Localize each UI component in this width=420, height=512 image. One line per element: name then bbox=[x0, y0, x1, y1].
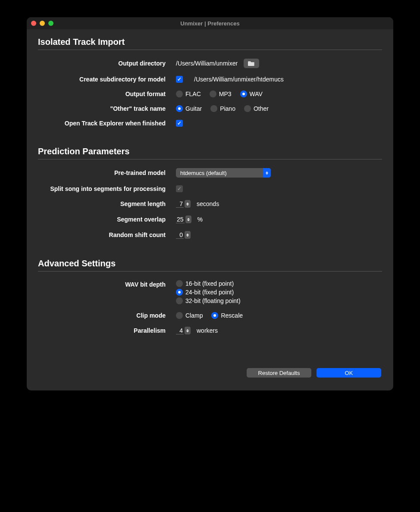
open-track-explorer-checkbox[interactable]: ✓ bbox=[176, 120, 183, 127]
open-track-explorer-label: Open Track Explorer when finished bbox=[38, 120, 176, 127]
parallelism-unit: workers bbox=[197, 327, 218, 334]
pretrained-model-label: Pre-trained model bbox=[38, 169, 176, 176]
other-track-piano-label: Piano bbox=[220, 105, 235, 112]
pretrained-model-value: htdemucs (default) bbox=[180, 170, 227, 176]
restore-defaults-button[interactable]: Restore Defaults bbox=[247, 368, 311, 378]
other-track-guitar-radio[interactable] bbox=[176, 105, 183, 112]
output-format-mp3-label: MP3 bbox=[219, 91, 232, 97]
folder-icon bbox=[248, 61, 255, 66]
random-shift-count-label: Random shift count bbox=[38, 231, 176, 238]
browse-output-directory-button[interactable] bbox=[244, 59, 259, 68]
wav-32bit-label: 32-bit (floating point) bbox=[185, 297, 241, 304]
segment-overlap-input[interactable]: 25 bbox=[176, 216, 185, 223]
divider bbox=[38, 159, 382, 159]
output-directory-path: /Users/William/unmixer bbox=[176, 60, 238, 67]
maximize-button[interactable] bbox=[48, 21, 53, 26]
segment-length-stepper[interactable] bbox=[185, 200, 191, 208]
random-shift-count-stepper[interactable] bbox=[185, 231, 191, 239]
create-subdirectory-path: /Users/William/unmixer/htdemucs bbox=[194, 76, 284, 83]
other-track-piano-radio[interactable] bbox=[210, 105, 217, 112]
other-track-name-label: "Other" track name bbox=[38, 105, 176, 112]
wav-bit-depth-label: WAV bit depth bbox=[38, 280, 176, 288]
clip-mode-rescale-radio[interactable] bbox=[211, 312, 218, 319]
segment-length-input[interactable]: 7 bbox=[176, 200, 184, 208]
section-isolated-track-import-title: Isolated Track Import bbox=[38, 37, 382, 47]
wav-16bit-label: 16-bit (fixed point) bbox=[185, 280, 234, 287]
segment-overlap-label: Segment overlap bbox=[38, 216, 176, 223]
ok-button[interactable]: OK bbox=[317, 368, 381, 378]
wav-24bit-label: 24-bit (fixed point) bbox=[185, 289, 234, 296]
clip-mode-clamp-radio[interactable] bbox=[176, 312, 183, 319]
parallelism-stepper[interactable] bbox=[185, 327, 191, 334]
content-area: Isolated Track Import Output directory /… bbox=[27, 29, 393, 390]
output-format-wav-label: WAV bbox=[250, 91, 263, 97]
segment-overlap-stepper[interactable] bbox=[185, 215, 191, 223]
clip-mode-clamp-label: Clamp bbox=[185, 312, 203, 319]
parallelism-input[interactable]: 4 bbox=[176, 327, 184, 334]
section-prediction-parameters-title: Prediction Parameters bbox=[38, 147, 382, 156]
output-format-mp3-radio[interactable] bbox=[210, 91, 216, 97]
parallelism-label: Parallelism bbox=[38, 327, 176, 334]
split-song-label: Split song into segments for processing bbox=[38, 185, 176, 192]
clip-mode-rescale-label: Rescale bbox=[221, 312, 243, 319]
chevron-updown-icon bbox=[263, 168, 271, 178]
titlebar: Unmixer | Preferences bbox=[27, 17, 393, 29]
footer: Restore Defaults OK bbox=[38, 368, 382, 380]
other-track-guitar-label: Guitar bbox=[185, 105, 202, 112]
wav-24bit-radio[interactable] bbox=[176, 289, 183, 296]
wav-16bit-radio[interactable] bbox=[176, 280, 183, 287]
output-format-label: Output format bbox=[38, 91, 176, 97]
section-advanced-settings-title: Advanced Settings bbox=[38, 259, 382, 268]
output-format-wav-radio[interactable] bbox=[240, 91, 247, 97]
split-song-checkbox[interactable]: ✓ bbox=[176, 185, 183, 192]
minimize-button[interactable] bbox=[40, 21, 45, 26]
segment-length-label: Segment length bbox=[38, 200, 176, 207]
create-subdirectory-checkbox[interactable]: ✓ bbox=[176, 76, 183, 83]
output-format-flac-label: FLAC bbox=[185, 91, 201, 97]
output-directory-label: Output directory bbox=[38, 60, 176, 67]
preferences-window: Unmixer | Preferences Isolated Track Imp… bbox=[27, 17, 393, 390]
divider bbox=[38, 271, 382, 272]
segment-length-unit: seconds bbox=[197, 200, 219, 207]
random-shift-count-input[interactable]: 0 bbox=[176, 231, 184, 239]
other-track-other-radio[interactable] bbox=[244, 105, 251, 112]
traffic-lights bbox=[31, 21, 53, 26]
create-subdirectory-label: Create subdirectory for model bbox=[38, 76, 176, 83]
segment-overlap-unit: % bbox=[197, 216, 203, 223]
divider bbox=[38, 50, 382, 50]
wav-32bit-radio[interactable] bbox=[176, 297, 183, 304]
other-track-other-label: Other bbox=[254, 105, 269, 112]
pretrained-model-select[interactable]: htdemucs (default) bbox=[176, 168, 271, 178]
window-title: Unmixer | Preferences bbox=[180, 20, 239, 27]
clip-mode-label: Clip mode bbox=[38, 312, 176, 319]
output-format-flac-radio[interactable] bbox=[176, 91, 183, 97]
close-button[interactable] bbox=[31, 21, 36, 26]
